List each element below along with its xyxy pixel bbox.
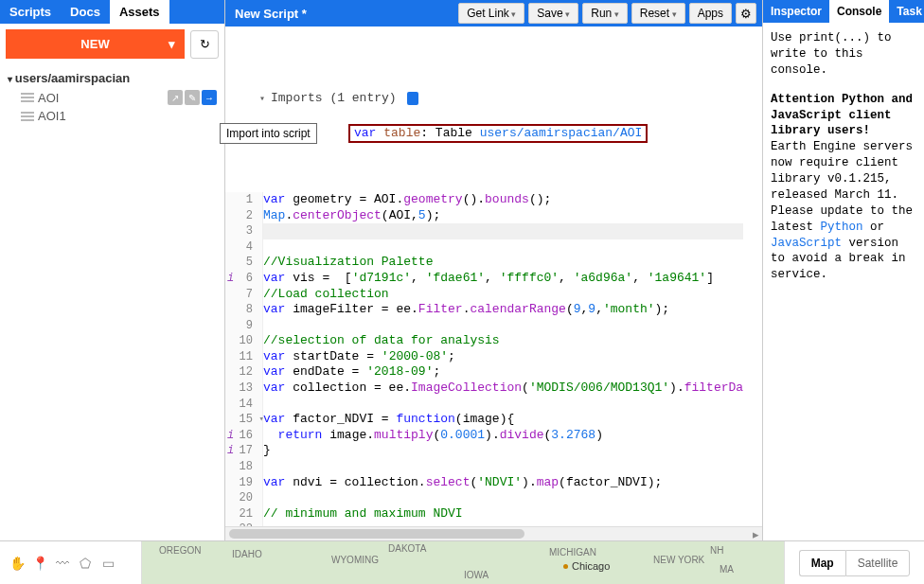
point-tool[interactable]: 📍 xyxy=(32,556,47,571)
import-icon[interactable]: → xyxy=(202,90,217,105)
imports-header[interactable]: Imports (1 entry) xyxy=(271,91,397,105)
line-tool[interactable]: 〰 xyxy=(55,556,70,571)
tab-console[interactable]: Console xyxy=(829,0,889,23)
console-msg: Use print(...) to write to this console. xyxy=(771,30,916,79)
share-icon[interactable]: ↗ xyxy=(168,90,183,105)
right-tabs: Inspector Console Task xyxy=(763,0,924,23)
script-title: New Script * xyxy=(231,7,307,21)
asset-item[interactable]: AOI1 xyxy=(8,107,217,125)
asset-tree: users/aamirspacian AOI ↗ ✎ → AOI1 xyxy=(0,64,224,129)
asset-item[interactable]: AOI ↗ ✎ → xyxy=(8,88,217,107)
tab-tasks[interactable]: Task xyxy=(889,0,924,23)
code-lines[interactable]: var geometry = AOI.geometry().bounds();M… xyxy=(263,192,743,526)
settings-button[interactable]: ⚙ xyxy=(736,3,756,24)
city-label: Chicago xyxy=(572,560,610,572)
table-icon xyxy=(21,112,34,121)
code-editor[interactable]: Imports (1 entry) var table: Table users… xyxy=(225,27,762,526)
table-icon xyxy=(21,93,34,102)
import-tooltip: Import into script xyxy=(220,123,317,144)
satellite-button[interactable]: Satellite xyxy=(845,550,911,576)
console-msg: Attention Python and JavaScript client l… xyxy=(771,92,916,284)
pan-tool[interactable]: ✋ xyxy=(9,556,25,571)
new-asset-button[interactable]: NEW xyxy=(6,29,185,59)
python-link[interactable]: Python xyxy=(821,221,863,234)
run-button[interactable]: Run xyxy=(582,3,628,24)
tab-docs[interactable]: Docs xyxy=(61,0,110,24)
map-type-toggle: Map Satellite xyxy=(784,541,924,584)
asset-item-label: AOI1 xyxy=(38,109,66,123)
refresh-button[interactable]: ↻ xyxy=(190,30,219,59)
map-canvas[interactable]: OREGON IDAHO WYOMING DAKOTA IOWA MICHIGA… xyxy=(142,541,784,584)
horizontal-scrollbar[interactable]: ▸ xyxy=(225,526,762,540)
tab-scripts[interactable]: Scripts xyxy=(0,0,61,24)
javascript-link[interactable]: JavaScript xyxy=(771,237,842,250)
map-button[interactable]: Map xyxy=(799,550,845,576)
console-output: Use print(...) to write to this console.… xyxy=(763,23,924,304)
line-gutter: 1234567891011121314151617181920212223242… xyxy=(225,192,263,526)
import-entry[interactable]: var table: Table users/aamirspacian/AOI xyxy=(348,124,648,144)
map-tools: ✋ 📍 〰 ⬠ ▭ xyxy=(0,541,142,584)
apps-button[interactable]: Apps xyxy=(689,3,732,24)
edit-icon[interactable]: ✎ xyxy=(185,90,200,105)
reset-button[interactable]: Reset xyxy=(631,3,685,24)
tab-assets[interactable]: Assets xyxy=(110,0,169,24)
tab-inspector[interactable]: Inspector xyxy=(763,0,829,23)
asset-item-label: AOI xyxy=(38,91,59,105)
file-icon xyxy=(407,92,418,105)
editor-header: New Script * Get Link Save Run Reset App… xyxy=(225,0,762,27)
rectangle-tool[interactable]: ▭ xyxy=(100,556,116,571)
polygon-tool[interactable]: ⬠ xyxy=(78,556,93,571)
asset-folder[interactable]: users/aamirspacian xyxy=(8,68,217,88)
save-button[interactable]: Save xyxy=(528,3,578,24)
getlink-button[interactable]: Get Link xyxy=(458,3,524,24)
city-dot xyxy=(563,564,568,569)
left-tabs: Scripts Docs Assets xyxy=(0,0,224,24)
